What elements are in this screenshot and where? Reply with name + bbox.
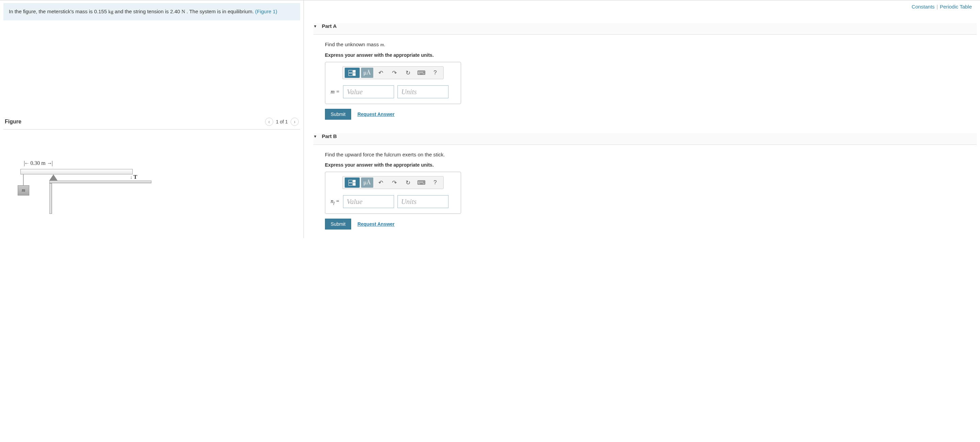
help-button[interactable]: ? — [429, 68, 441, 78]
part-a-submit-button[interactable]: Submit — [325, 109, 352, 120]
figure-next-button[interactable]: › — [291, 118, 299, 126]
keyboard-button[interactable]: ⌨ — [415, 177, 428, 188]
figure-link[interactable]: (Figure 1) — [255, 8, 277, 14]
keyboard-button[interactable]: ⌨ — [415, 68, 428, 78]
part-a-value-input[interactable] — [343, 86, 394, 98]
part-a-request-answer-link[interactable]: Request Answer — [357, 111, 395, 117]
part-b-request-answer-link[interactable]: Request Answer — [357, 221, 395, 227]
figure-diagram: |← 0.30 m →| m ↓ T — [21, 160, 140, 211]
redo-button[interactable]: ↷ — [388, 68, 401, 78]
caret-down-icon: ▼ — [313, 24, 317, 28]
part-a-hint: Express your answer with the appropriate… — [325, 52, 977, 58]
part-a-variable: m = — [329, 89, 340, 95]
mass-label: m — [18, 185, 29, 195]
redo-button[interactable]: ↷ — [388, 177, 401, 188]
part-a-header[interactable]: ▼ Part A — [313, 23, 977, 35]
figure-pager-text: 1 of 1 — [276, 119, 288, 124]
special-chars-button[interactable]: μÅ — [361, 68, 373, 78]
part-b-instruction: Find the upward force the fulcrum exerts… — [325, 152, 977, 157]
part-b-units-input[interactable] — [398, 195, 449, 208]
templates-button[interactable] — [345, 68, 360, 78]
constants-link[interactable]: Constants — [912, 4, 935, 10]
part-b-submit-button[interactable]: Submit — [325, 219, 352, 230]
caret-down-icon: ▼ — [313, 134, 317, 138]
tension-label: T — [134, 174, 137, 181]
equation-toolbar: μÅ ↶ ↷ ↻ ⌨ ? — [342, 66, 444, 79]
reset-button[interactable]: ↻ — [402, 177, 414, 188]
special-chars-button[interactable]: μÅ — [361, 177, 373, 188]
part-b-header[interactable]: ▼ Part B — [313, 133, 977, 145]
help-button[interactable]: ? — [429, 177, 441, 188]
part-a-units-input[interactable] — [398, 86, 449, 98]
figure-prev-button[interactable]: ‹ — [265, 118, 273, 126]
templates-button[interactable] — [345, 177, 360, 188]
periodic-table-link[interactable]: Periodic Table — [940, 4, 972, 10]
part-b-hint: Express your answer with the appropriate… — [325, 162, 977, 168]
problem-statement: In the figure, the meterstick's mass is … — [3, 3, 300, 21]
part-b-value-input[interactable] — [343, 195, 394, 208]
reset-button[interactable]: ↻ — [402, 68, 414, 78]
undo-button[interactable]: ↶ — [375, 68, 387, 78]
part-a-instruction: Find the unknown mass m. — [325, 41, 977, 48]
undo-button[interactable]: ↶ — [375, 177, 387, 188]
part-b-variable: nf = — [329, 198, 340, 205]
equation-toolbar: μÅ ↶ ↷ ↻ ⌨ ? — [342, 176, 444, 189]
figure-title: Figure — [5, 119, 21, 125]
